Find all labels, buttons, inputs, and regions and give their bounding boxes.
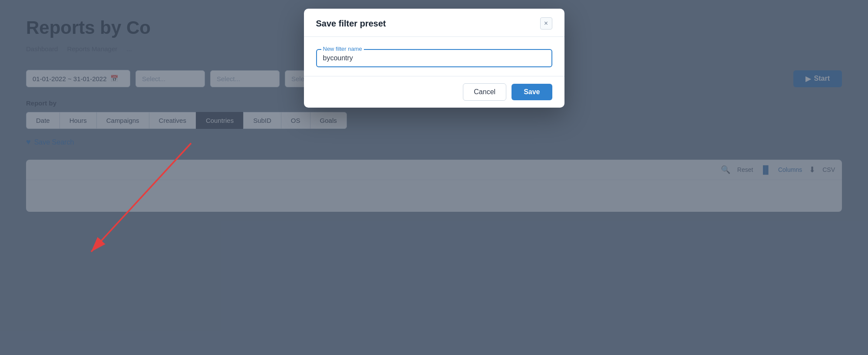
modal-body: New filter name [304, 37, 564, 76]
cancel-button[interactable]: Cancel [463, 83, 506, 101]
filter-name-input[interactable] [323, 54, 545, 62]
save-button[interactable]: Save [512, 84, 552, 100]
modal-header: Save filter preset × [304, 9, 564, 37]
modal-overlay: Save filter preset × New filter name Can… [0, 0, 868, 355]
modal-footer: Cancel Save [304, 76, 564, 108]
close-icon: × [544, 20, 548, 27]
filter-name-input-group: New filter name [316, 49, 552, 67]
save-filter-modal: Save filter preset × New filter name Can… [304, 9, 564, 108]
modal-close-button[interactable]: × [540, 17, 552, 30]
modal-title: Save filter preset [316, 19, 386, 29]
filter-name-label: New filter name [321, 46, 364, 52]
